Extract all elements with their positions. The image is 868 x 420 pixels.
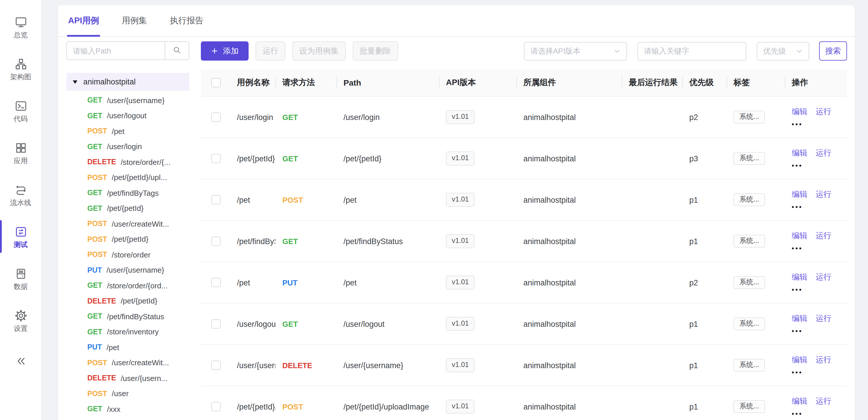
more-actions-icon[interactable]: ••• [792, 287, 803, 293]
tag-badge[interactable]: 系统... [734, 152, 765, 164]
tag-badge[interactable]: 系统... [734, 359, 765, 371]
edit-link[interactable]: 编辑 [792, 148, 807, 158]
tag-badge[interactable]: 系统... [734, 111, 765, 123]
row-checkbox[interactable] [211, 113, 221, 122]
column-header-优先级[interactable]: 优先级 [682, 69, 726, 96]
select-all-checkbox[interactable] [211, 78, 221, 87]
more-actions-icon[interactable]: ••• [792, 162, 803, 169]
column-header-API版本[interactable]: API版本 [439, 69, 516, 96]
tab-执行报告[interactable]: 执行报告 [168, 5, 205, 36]
run-link[interactable]: 运行 [816, 148, 831, 158]
set-as-suite-button[interactable]: 设为用例集 [292, 41, 345, 61]
tree-item[interactable]: POST /store/order [66, 247, 189, 263]
more-actions-icon[interactable]: ••• [792, 369, 803, 376]
run-link[interactable]: 运行 [816, 189, 831, 200]
row-checkbox[interactable] [211, 402, 221, 411]
column-header-用例名称[interactable]: 用例名称 [230, 69, 275, 96]
edit-link[interactable]: 编辑 [792, 355, 807, 365]
keyword-input[interactable] [638, 42, 746, 60]
row-checkbox[interactable] [211, 237, 221, 246]
column-header-所属组件[interactable]: 所属组件 [516, 69, 622, 96]
api-version-select[interactable]: 请选择API版本 [524, 42, 627, 60]
more-actions-icon[interactable]: ••• [792, 121, 803, 127]
edit-link[interactable]: 编辑 [792, 231, 807, 241]
path-search-button[interactable] [165, 41, 189, 60]
more-actions-icon[interactable]: ••• [792, 411, 803, 417]
more-actions-icon[interactable]: ••• [792, 245, 803, 252]
tag-badge[interactable]: 系统... [734, 276, 765, 289]
tree-item[interactable]: PUT /user/{username} [66, 263, 189, 278]
column-header-Path[interactable]: Path [337, 69, 439, 96]
run-link[interactable]: 运行 [816, 107, 831, 117]
tag-badge[interactable]: 系统... [734, 318, 765, 330]
edit-link[interactable]: 编辑 [792, 313, 807, 324]
edit-link[interactable]: 编辑 [792, 272, 807, 282]
sidebar-item-代码[interactable]: 代码 [0, 90, 41, 132]
sidebar-item-设置[interactable]: 设置 [0, 299, 41, 341]
more-actions-icon[interactable]: ••• [792, 204, 803, 210]
tree-item[interactable]: DELETE /pet/{petId} [66, 293, 189, 309]
sidebar-item-数据[interactable]: 数据 [0, 258, 41, 299]
more-actions-icon[interactable]: ••• [792, 328, 803, 334]
tree-item[interactable]: POST /pet [66, 123, 189, 139]
row-checkbox[interactable] [211, 361, 221, 370]
tree-item[interactable]: GET /pet/findByTags [66, 185, 189, 201]
tree-item[interactable]: GET /user/logout [66, 108, 189, 123]
tree-root-node[interactable]: animalhostpital [66, 73, 189, 91]
sidebar-item-总览[interactable]: 总览 [0, 6, 41, 48]
add-button[interactable]: 添加 [201, 41, 249, 61]
row-checkbox[interactable] [211, 154, 221, 163]
run-link[interactable]: 运行 [816, 231, 831, 241]
tab-用例集[interactable]: 用例集 [121, 5, 148, 36]
tree-item[interactable]: GET /xxx [66, 401, 189, 417]
run-link[interactable]: 运行 [816, 313, 831, 324]
tree-item[interactable]: POST /pet/{petId} [66, 232, 189, 247]
column-header-操作[interactable]: 操作 [785, 69, 847, 96]
tree-item[interactable]: POST /user [66, 386, 189, 401]
sidebar: 总览 架构图 代码 应用 流水线 测试 数据 设置 [0, 0, 42, 420]
table-row: /pet/findBySt... GET /pet/findByStatus v… [201, 221, 847, 262]
row-checkbox[interactable] [211, 278, 221, 287]
column-header-最后运行结果[interactable]: 最后运行结果 [622, 69, 682, 96]
tree-item[interactable]: GET /pet/{petId} [66, 201, 189, 216]
tree-item[interactable]: GET /user/login [66, 139, 189, 154]
row-checkbox[interactable] [211, 319, 221, 329]
sidebar-item-架构图[interactable]: 架构图 [0, 48, 41, 90]
run-link[interactable]: 运行 [816, 396, 831, 407]
batch-delete-button[interactable]: 批量删除 [352, 41, 398, 61]
tree-item[interactable]: GET /store/order/{ord... [66, 278, 189, 293]
column-header-请求方法[interactable]: 请求方法 [275, 69, 337, 96]
tree-item[interactable]: GET /user/{username} [66, 93, 189, 108]
tag-badge[interactable]: 系统... [734, 194, 765, 206]
tree-item[interactable]: GET /store/inventory [66, 324, 189, 340]
path-search-group [66, 41, 189, 60]
tree-item[interactable]: DELETE /store/order/{... [66, 154, 189, 170]
endpoint-path: /user/createWit... [112, 359, 169, 367]
edit-link[interactable]: 编辑 [792, 396, 807, 407]
sidebar-item-应用[interactable]: 应用 [0, 132, 41, 174]
tag-badge[interactable]: 系统... [734, 235, 765, 247]
search-button[interactable]: 搜索 [819, 41, 847, 61]
run-link[interactable]: 运行 [816, 355, 831, 365]
api-tree-panel: animalhostpital GET /user/{username} GET… [66, 37, 189, 417]
sidebar-item-流水线[interactable]: 流水线 [0, 174, 41, 215]
tab-API用例[interactable]: API用例 [67, 5, 100, 36]
sidebar-item-测试[interactable]: 测试 [0, 215, 41, 258]
path-search-input[interactable] [66, 41, 165, 60]
edit-link[interactable]: 编辑 [792, 107, 807, 117]
row-checkbox[interactable] [211, 195, 221, 205]
tag-badge[interactable]: 系统... [734, 400, 765, 413]
tree-item[interactable]: POST /user/createWit... [66, 355, 189, 370]
run-button[interactable]: 运行 [255, 41, 285, 61]
sidebar-collapse-button[interactable] [0, 341, 41, 383]
tree-item[interactable]: DELETE /user/{usern... [66, 370, 189, 386]
edit-link[interactable]: 编辑 [792, 189, 807, 200]
priority-select[interactable]: 优先级 [757, 42, 809, 60]
endpoint-path: /pet/{petId}/upl... [112, 173, 167, 182]
tree-item[interactable]: GET /pet/findByStatus [66, 309, 189, 324]
tree-item[interactable]: POST /pet/{petId}/upl... [66, 170, 189, 185]
tree-item[interactable]: PUT /pet [66, 340, 189, 355]
column-header-标签[interactable]: 标签 [726, 69, 785, 96]
run-link[interactable]: 运行 [816, 272, 831, 282]
tree-item[interactable]: POST /user/createWit... [66, 216, 189, 232]
